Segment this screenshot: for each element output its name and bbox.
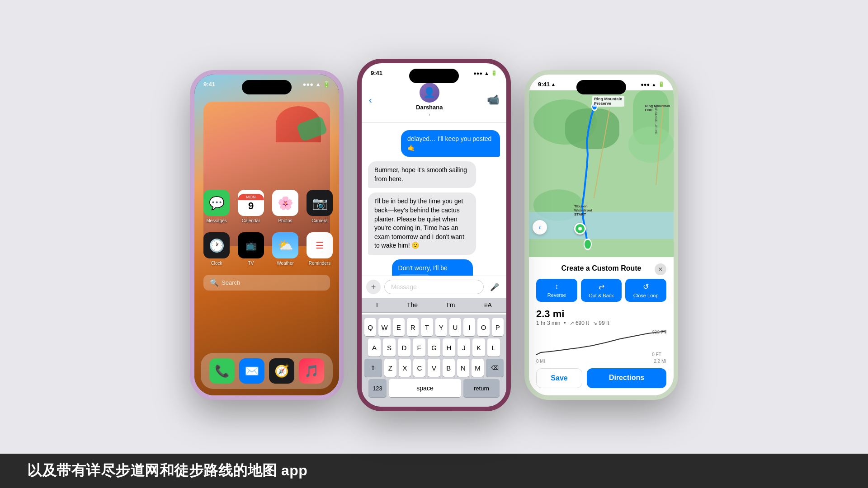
miles-start: 0 MI <box>536 359 545 364</box>
map-back-button[interactable]: ‹ <box>533 220 547 235</box>
app-tv[interactable]: 📺 TV <box>238 232 264 266</box>
key-e[interactable]: E <box>393 318 405 336</box>
app-weather[interactable]: ⛅ Weather <box>272 232 298 266</box>
suggestion-the[interactable]: The <box>402 300 422 310</box>
dock-music[interactable]: 🎵 <box>299 358 324 384</box>
save-button[interactable]: Save <box>536 368 582 388</box>
keyboard-row-1: Q W E R T Y U I O P <box>364 318 504 336</box>
suggestion-correction[interactable]: ≡A <box>479 300 496 310</box>
dock: 📞 ✉️ 🧭 🎵 <box>201 353 333 389</box>
elevation-min: 0 FT <box>652 352 666 357</box>
key-j[interactable]: J <box>458 338 470 357</box>
route-option-out-back[interactable]: ⇄ Out & Back <box>581 279 622 302</box>
svg-point-0 <box>584 239 591 249</box>
key-r[interactable]: R <box>407 318 419 336</box>
messages-header: ‹ 👤 Darshana › 📹 <box>362 79 506 123</box>
shift-key[interactable]: ⇧ <box>364 359 382 377</box>
map-area[interactable]: Ring MountainPreserve Ring MountainEND T… <box>529 90 674 257</box>
directions-button[interactable]: Directions <box>587 368 666 388</box>
key-n[interactable]: N <box>457 359 469 377</box>
time-phone2: 9:41 <box>371 70 382 76</box>
key-b[interactable]: B <box>443 359 455 377</box>
out-back-icon: ⇄ <box>599 282 604 291</box>
message-bubble-sent-1: delayed… I'll keep you posted 🤙 <box>401 130 500 157</box>
backspace-key[interactable]: ⌫ <box>486 359 504 377</box>
status-icons-phone2: ●●● ▲ 🔋 <box>473 70 497 76</box>
key-t[interactable]: T <box>421 318 433 336</box>
key-f[interactable]: F <box>413 338 425 357</box>
key-m[interactable]: M <box>472 359 484 377</box>
space-key[interactable]: space <box>389 379 461 397</box>
facetime-button[interactable]: 📹 <box>487 94 499 106</box>
app-clock[interactable]: 🕐 Clock <box>203 232 230 266</box>
app-clock-label: Clock <box>211 261 222 266</box>
route-option-reverse[interactable]: ↕ Reverse <box>536 279 577 302</box>
status-icons-phone1: ●●● ▲ 🔋 <box>303 81 330 88</box>
app-reminders[interactable]: ☰ Reminders <box>307 232 333 266</box>
mic-button[interactable]: 🎤 <box>487 280 502 294</box>
route-option-close-loop[interactable]: ↺ Close Loop <box>625 279 666 302</box>
dynamic-island-2 <box>409 69 459 83</box>
key-l[interactable]: L <box>487 338 500 357</box>
panel-buttons: Save Directions <box>536 368 666 388</box>
subtitle-text: 以及带有详尽步道网和徒步路线的地图 app <box>27 461 307 481</box>
key-i[interactable]: I <box>463 318 475 336</box>
key-q[interactable]: Q <box>364 318 376 336</box>
reverse-label: Reverse <box>547 292 566 298</box>
dock-mail[interactable]: ✉️ <box>239 358 264 384</box>
route-duration: 1 hr 3 min <box>536 320 560 326</box>
keyboard-suggestions: I The I'm ≡A <box>362 298 506 313</box>
elevation-max: 600 FT <box>652 330 666 335</box>
time-phone3: 9:41 <box>538 81 550 88</box>
app-tv-label: TV <box>248 261 254 266</box>
back-button[interactable]: ‹ <box>369 95 372 105</box>
place-ring-mountain: Ring MountainPreserve <box>592 96 624 107</box>
suggestion-im[interactable]: I'm <box>442 300 459 310</box>
key-g[interactable]: G <box>428 338 440 357</box>
dock-phone[interactable]: 📞 <box>209 358 235 384</box>
message-bubble-sent-2: Don't worry, I'll be extra super quiet. <box>392 259 473 276</box>
key-w[interactable]: W <box>378 318 390 336</box>
key-x[interactable]: X <box>399 359 411 377</box>
time-phone1: 9:41 <box>203 81 215 88</box>
message-bubble-received-1: Bummer, hope it's smooth sailing from he… <box>368 161 476 188</box>
key-d[interactable]: D <box>398 338 410 357</box>
app-grid-row1: 💬 Messages MON 9 Calendar 🌸 <box>194 181 339 228</box>
app-messages[interactable]: 💬 Messages <box>203 190 230 223</box>
search-bar[interactable]: 🔍 Search <box>203 275 330 291</box>
key-u[interactable]: U <box>449 318 461 336</box>
elevation-labels: 600 FT 0 FT <box>652 330 666 357</box>
phone-home-screen: 9:41 ●●● ▲ 🔋 💬 Messages <box>190 70 344 400</box>
key-y[interactable]: Y <box>435 318 447 336</box>
add-attachment-button[interactable]: + <box>366 280 381 294</box>
app-photos[interactable]: 🌸 Photos <box>272 190 298 223</box>
elevation-down: ↘ 99 ft <box>593 320 609 326</box>
key-p[interactable]: P <box>492 318 504 336</box>
dock-compass[interactable]: 🧭 <box>269 358 294 384</box>
key-z[interactable]: Z <box>384 359 396 377</box>
route-details: 1 hr 3 min • ↗ 690 ft ↘ 99 ft <box>536 320 666 326</box>
route-options: ↕ Reverse ⇄ Out & Back ↺ Close Loop <box>536 279 666 302</box>
key-a[interactable]: A <box>368 338 381 357</box>
status-bar-phone2: 9:41 ●●● ▲ 🔋 <box>362 63 506 79</box>
key-s[interactable]: S <box>383 338 396 357</box>
elevation-chart: 600 FT 0 FT <box>536 330 666 357</box>
close-panel-button[interactable]: ✕ <box>655 263 666 275</box>
message-input[interactable]: Message <box>384 280 484 294</box>
dynamic-island-3 <box>576 80 626 94</box>
app-photos-label: Photos <box>278 218 292 223</box>
key-h[interactable]: H <box>443 338 455 357</box>
app-camera[interactable]: 📷 Camera <box>307 190 333 223</box>
key-o[interactable]: O <box>477 318 489 336</box>
app-calendar[interactable]: MON 9 Calendar <box>238 190 264 223</box>
key-k[interactable]: K <box>472 338 485 357</box>
key-c[interactable]: C <box>413 359 425 377</box>
keyboard-row-4: 123 space return <box>364 379 504 397</box>
numbers-key[interactable]: 123 <box>368 379 387 397</box>
location-cluster <box>574 223 586 235</box>
return-key[interactable]: return <box>463 379 500 397</box>
suggestion-i[interactable]: I <box>372 300 382 310</box>
key-v[interactable]: V <box>428 359 440 377</box>
app-camera-label: Camera <box>311 218 328 223</box>
status-bar-phone1: 9:41 ●●● ▲ 🔋 <box>194 75 339 90</box>
